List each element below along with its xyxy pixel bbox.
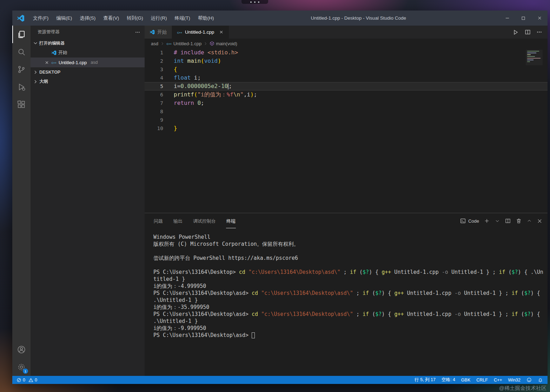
text-segment: (	[505, 269, 511, 275]
text-segment: i=	[174, 83, 180, 89]
code-line-9[interactable]: 9	[145, 116, 548, 124]
panel-tab-debug-console[interactable]: 调试控制台	[193, 214, 216, 228]
panel-tab-problems[interactable]: 问题	[153, 214, 163, 228]
activity-account-button[interactable]	[12, 341, 31, 358]
terminal-line	[153, 248, 544, 255]
activity-extensions-button[interactable]	[12, 96, 31, 113]
text-segment: .\Un	[531, 269, 543, 275]
close-panel-icon[interactable]	[537, 218, 543, 224]
text-segment: if	[350, 269, 356, 275]
text-segment: if	[512, 311, 518, 317]
terminal-profile[interactable]: Code	[460, 218, 479, 224]
breadcrumb-folder[interactable]: asd	[151, 41, 158, 46]
minimap[interactable]	[526, 50, 543, 65]
text-segment: $?	[375, 290, 382, 296]
terminal-output[interactable]: Windows PowerShell版权所有 (C) Microsoft Cor…	[145, 229, 548, 376]
vscode-logo-icon	[12, 14, 29, 22]
terminal-line: i的值为：-35.999950	[153, 304, 544, 311]
close-window-button[interactable]	[531, 11, 548, 26]
panel-tab-terminal[interactable]: 终端	[226, 214, 236, 228]
open-editor-item-untitled[interactable]: C++ Untitled-1.cpp asd	[31, 58, 145, 67]
activity-explorer-button[interactable]	[12, 26, 31, 43]
text-segment: if	[363, 311, 369, 317]
line-number: 9	[145, 116, 163, 124]
text-segment: PS C:\Users\13164\Desktop>	[153, 269, 239, 275]
split-terminal-icon[interactable]	[505, 218, 511, 224]
vscode-file-icon	[150, 29, 155, 35]
text-segment: -o	[455, 290, 461, 296]
menu-view[interactable]: 查看(V)	[99, 11, 123, 26]
panel-tab-output[interactable]: 输出	[173, 214, 183, 228]
more-actions-icon[interactable]	[135, 29, 140, 35]
activity-search-button[interactable]	[12, 43, 31, 61]
code-line-6[interactable]: 6printf("i的值为：%f\n",i);	[145, 90, 548, 99]
bell-icon[interactable]	[538, 377, 543, 383]
new-terminal-icon[interactable]	[484, 218, 490, 224]
trash-icon[interactable]	[516, 218, 522, 224]
text-segment: Untitled-1.cpp	[404, 290, 455, 296]
split-editor-icon[interactable]	[524, 29, 531, 35]
line-content	[163, 107, 174, 116]
code-line-5[interactable]: 5i=0.0000005e2-10;	[145, 82, 548, 90]
code-line-2[interactable]: 2int main(void)	[145, 57, 548, 65]
line-content: return 0;	[163, 99, 204, 107]
tab-untitled-cpp[interactable]: C++ Untitled-1.cpp	[172, 26, 229, 39]
open-editors-section[interactable]: 打开的编辑器	[31, 39, 145, 48]
breadcrumb-symbol[interactable]: main(void)	[210, 41, 237, 46]
feedback-smiley-icon[interactable]	[526, 377, 532, 383]
code-line-3[interactable]: 3{	[145, 65, 548, 74]
status-language[interactable]: C++	[494, 378, 502, 383]
status-platform[interactable]: Win32	[508, 378, 521, 383]
breadcrumb: asd C++ Untitled-1.cpp main(void)	[145, 39, 548, 48]
text-segment: }	[174, 125, 177, 131]
minimize-button[interactable]	[499, 11, 515, 26]
extensions-icon	[17, 100, 26, 109]
chevron-up-icon[interactable]	[526, 218, 532, 224]
activity-settings-button[interactable]: 1	[12, 358, 31, 376]
code-line-8[interactable]: 8	[145, 107, 548, 116]
code-line-7[interactable]: 7return 0;	[145, 99, 548, 107]
more-actions-icon[interactable]	[536, 29, 542, 35]
sidebar-section-outline[interactable]: 大纲	[31, 77, 145, 86]
close-tab-icon[interactable]	[219, 29, 224, 35]
maximize-button[interactable]	[515, 11, 531, 26]
menu-terminal[interactable]: 终端(T)	[171, 11, 194, 26]
line-number: 6	[145, 90, 163, 99]
text-segment: $?	[524, 311, 531, 317]
activity-source-control-button[interactable]	[12, 61, 31, 78]
menu-help[interactable]: 帮助(H)	[194, 11, 218, 26]
sidebar-section-desktop[interactable]: DESKTOP	[31, 67, 145, 77]
problems-status[interactable]: 0 0	[16, 378, 37, 383]
code-line-1[interactable]: 1# include <stdio.h>	[145, 48, 548, 57]
tab-label: Untitled-1.cpp	[185, 29, 214, 35]
code-line-4[interactable]: 4float i;	[145, 74, 548, 82]
text-segment: -o	[455, 311, 461, 317]
status-indentation[interactable]: 空格: 4	[442, 377, 455, 383]
line-number: 1	[145, 48, 163, 57]
run-debug-icon	[17, 82, 26, 92]
run-file-icon[interactable]	[512, 29, 519, 36]
status-encoding[interactable]: GBK	[461, 378, 470, 383]
breadcrumb-file[interactable]: C++ Untitled-1.cpp	[166, 41, 201, 46]
menu-edit[interactable]: 编辑(E)	[52, 11, 76, 26]
code-line-10[interactable]: 10}	[145, 124, 548, 133]
activity-run-debug-button[interactable]	[12, 78, 31, 96]
tab-welcome[interactable]: 开始	[145, 26, 172, 39]
menu-file[interactable]: 文件(F)	[29, 11, 52, 26]
text-segment: <stdio.h>	[207, 49, 238, 56]
menu-run[interactable]: 运行(R)	[147, 11, 171, 26]
text-segment: (	[201, 58, 204, 64]
text-segment: 0	[197, 100, 201, 106]
chevron-down-icon[interactable]	[495, 218, 500, 224]
terminal-line: 版权所有 (C) Microsoft Corporation。保留所有权利。	[153, 241, 544, 248]
cpp-file-icon: C++	[51, 60, 57, 65]
text-segment: )	[250, 91, 254, 98]
status-cursor-position[interactable]: 行 5, 列 17	[415, 377, 436, 383]
status-eol[interactable]: CRLF	[476, 378, 488, 383]
symbol-method-icon	[210, 41, 214, 46]
code-editor[interactable]: 1# include <stdio.h>2int main(void)3{4fl…	[145, 48, 548, 213]
menu-selection[interactable]: 选择(S)	[76, 11, 99, 26]
menu-goto[interactable]: 转到(G)	[123, 11, 147, 26]
open-editor-item-welcome[interactable]: 开始	[31, 48, 145, 58]
close-editor-icon[interactable]	[44, 60, 49, 65]
